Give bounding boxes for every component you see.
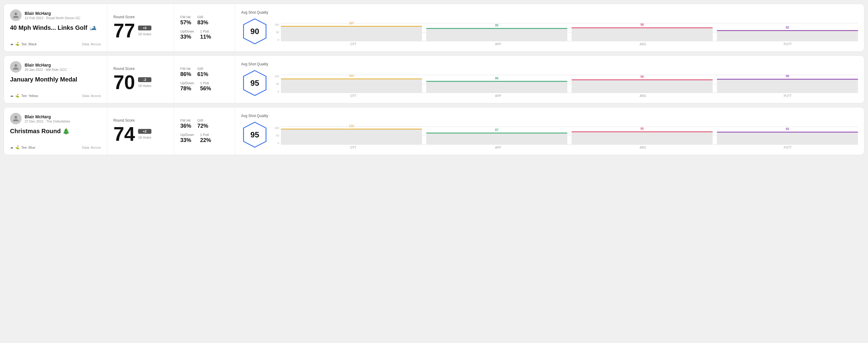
stats-row-bottom: Up/Down 33% 1 Putt 11% <box>180 30 229 40</box>
card-score: Round Score 74 +2 18 Holes <box>107 107 174 155</box>
hexagon-container: 90 <box>241 18 269 45</box>
quality-left: Avg Shot Quality 95 <box>241 114 269 148</box>
bar-group: 107 <box>281 23 422 41</box>
axis-50: 50 <box>275 31 279 34</box>
bar-label: APP <box>428 94 568 98</box>
bar-group: 96 <box>571 75 713 93</box>
weather-icon: ☁ <box>10 94 13 98</box>
card-score: Round Score 77 +5 18 Holes <box>107 4 174 52</box>
fw-hit-label: FW Hit <box>180 67 191 70</box>
score-number: 74 <box>114 124 135 144</box>
updown-stat: Up/Down 78% <box>180 81 194 92</box>
bar-group: 86 <box>426 75 567 93</box>
score-meta: +5 18 Holes <box>138 26 151 36</box>
fw-hit-stat: FW Hit 36% <box>180 119 191 129</box>
oneputt-value: 56% <box>200 86 211 92</box>
gir-value: 72% <box>197 123 208 129</box>
bar-group: 93 <box>717 126 858 145</box>
stats-row-top: FW Hit 57% GIR 83% <box>180 15 229 26</box>
tee-label: Tee: Yellow <box>21 94 38 98</box>
bar-label: OTT <box>283 146 424 149</box>
fw-hit-value: 36% <box>180 123 191 129</box>
data-source: Data: Arccos <box>82 146 101 149</box>
user-date: 29 Jan 2022 · Mill Ride GCC <box>25 68 67 71</box>
card-footer: ☁ ⛳ Tee: Yellow Data: Arccos <box>10 94 101 98</box>
card-left: Blair McHarg 29 Jan 2022 · Mill Ride GCC… <box>4 56 107 103</box>
bar-group: 95 <box>571 126 713 145</box>
score-row: 77 +5 18 Holes <box>114 21 168 40</box>
card-left: Blair McHarg 27 Dec 2021 · The Oxfordshi… <box>4 107 107 155</box>
axis-0: 0 <box>275 142 279 145</box>
score-row: 74 +2 18 Holes <box>114 124 168 144</box>
quality-left: Avg Shot Quality 90 <box>241 10 269 45</box>
oneputt-value: 22% <box>200 137 211 144</box>
quality-score: 90 <box>250 27 259 36</box>
fw-hit-label: FW Hit <box>180 15 191 19</box>
round-card-round3: Blair McHarg 27 Dec 2021 · The Oxfordshi… <box>4 107 864 155</box>
quality-score: 95 <box>250 79 259 88</box>
bar-label: PUTT <box>717 94 858 98</box>
score-label: Round Score <box>114 15 168 19</box>
user-name: Blair McHarg <box>25 11 80 16</box>
fw-hit-value: 57% <box>180 20 191 26</box>
person-icon <box>12 115 19 122</box>
axis-50: 50 <box>275 134 279 137</box>
quality-label: Avg Shot Quality <box>241 114 268 118</box>
gir-label: GIR <box>197 15 208 19</box>
person-icon <box>12 12 19 19</box>
fw-hit-stat: FW Hit 86% <box>180 67 191 77</box>
user-info: Blair McHarg 29 Jan 2022 · Mill Ride GCC <box>25 63 67 71</box>
hexagon-container: 95 <box>241 121 269 148</box>
user-info: Blair McHarg 27 Dec 2021 · The Oxfordshi… <box>25 114 70 123</box>
score-holes: 18 Holes <box>138 84 151 88</box>
tee-info: ☁ ⛳ Tee: Black <box>10 42 37 46</box>
bag-icon: ⛳ <box>15 145 20 149</box>
axis-100: 100 <box>275 75 279 78</box>
bar-label: ARG <box>573 146 713 149</box>
weather-icon: ☁ <box>10 145 13 149</box>
tee-label: Tee: Black <box>21 42 37 46</box>
fw-hit-stat: FW Hit 57% <box>180 15 191 26</box>
bar-group: 82 <box>717 23 858 41</box>
bar-label: PUTT <box>717 42 858 46</box>
bar-group: 87 <box>426 126 567 145</box>
round-title: 40 Mph Winds... Links Golf 🎿 <box>10 24 101 31</box>
bag-icon: ⛳ <box>15 42 20 46</box>
bar-group: 101 <box>281 75 422 93</box>
updown-value: 78% <box>180 86 194 92</box>
user-info: Blair McHarg 12 Feb 2022 · Royal North D… <box>25 11 80 20</box>
bar-label: OTT <box>283 42 424 46</box>
score-meta: +2 18 Holes <box>138 129 151 139</box>
stats-row-top: FW Hit 86% GIR 61% <box>180 67 229 77</box>
oneputt-stat: 1 Putt 11% <box>200 30 211 40</box>
data-source: Data: Arccos <box>82 42 101 46</box>
tee-info: ☁ ⛳ Tee: Blue <box>10 145 35 149</box>
bag-icon: ⛳ <box>15 94 20 98</box>
card-quality: Avg Shot Quality 95 100 50 0 110 <box>235 107 864 155</box>
score-label: Round Score <box>114 67 168 71</box>
tee-info: ☁ ⛳ Tee: Yellow <box>10 94 38 98</box>
card-stats: FW Hit 36% GIR 72% Up/Down 33% 1 Putt 22… <box>174 107 235 155</box>
quality-left: Avg Shot Quality 95 <box>241 62 269 97</box>
quality-score: 95 <box>250 130 259 139</box>
score-meta: -2 18 Holes <box>138 77 151 88</box>
user-date: 12 Feb 2022 · Royal North Devon GC <box>25 16 80 20</box>
gir-label: GIR <box>197 119 208 122</box>
updown-label: Up/Down <box>180 133 194 136</box>
updown-stat: Up/Down 33% <box>180 30 194 40</box>
avatar <box>10 113 22 124</box>
card-quality: Avg Shot Quality 95 100 50 0 101 <box>235 56 864 103</box>
bar-label: OTT <box>283 94 424 98</box>
avatar <box>10 9 22 21</box>
bar-group: 98 <box>571 23 713 41</box>
score-badge: +5 <box>138 26 151 30</box>
round-card-round1: Blair McHarg 12 Feb 2022 · Royal North D… <box>4 4 864 52</box>
bar-label: APP <box>428 42 568 46</box>
stats-row-bottom: Up/Down 33% 1 Putt 22% <box>180 133 229 144</box>
card-stats: FW Hit 57% GIR 83% Up/Down 33% 1 Putt 11… <box>174 4 235 52</box>
updown-stat: Up/Down 33% <box>180 133 194 144</box>
axis-100: 100 <box>275 126 279 129</box>
card-footer: ☁ ⛳ Tee: Blue Data: Arccos <box>10 145 101 149</box>
oneputt-label: 1 Putt <box>200 133 211 136</box>
axis-50: 50 <box>275 83 279 86</box>
